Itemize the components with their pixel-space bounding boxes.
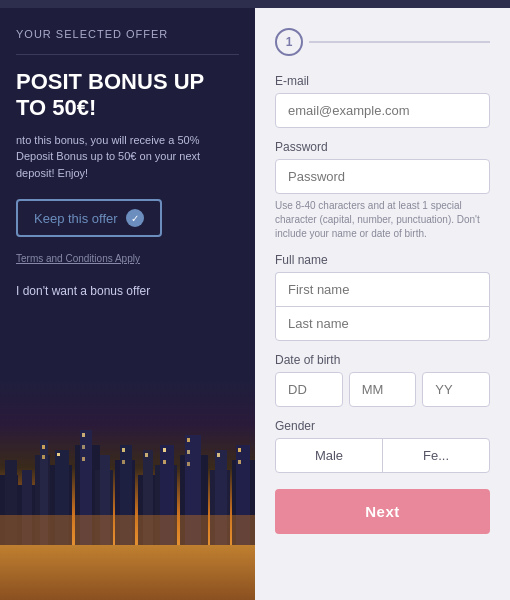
svg-rect-35 [187,438,190,442]
svg-rect-32 [145,453,148,457]
password-input[interactable] [275,159,490,194]
step-indicator: 1 [275,28,490,56]
divider [16,54,239,55]
bonus-title: POSIT BONUS UP TO 50€! [16,69,239,122]
email-label: E-mail [275,74,490,88]
main-container: YOUR SELECTED OFFER POSIT BONUS UP TO 50… [0,8,510,600]
no-bonus-link[interactable]: I don't want a bonus offer [16,284,239,298]
next-button[interactable]: Next [275,489,490,534]
right-panel: 1 E-mail Password Use 8-40 characters an… [255,8,510,600]
gender-female-button[interactable]: Fe... [383,439,489,472]
gender-label: Gender [275,419,490,433]
keep-offer-button[interactable]: Keep this offer ✓ [16,199,162,237]
gender-male-button[interactable]: Male [276,439,383,472]
name-inputs [275,272,490,341]
svg-rect-38 [217,453,220,457]
lastname-input[interactable] [275,306,490,341]
svg-rect-40 [238,460,241,464]
password-group: Password Use 8-40 characters and at leas… [275,140,490,241]
svg-rect-36 [187,450,190,454]
svg-rect-27 [82,433,85,437]
fullname-label: Full name [275,253,490,267]
svg-rect-29 [82,457,85,461]
left-panel: YOUR SELECTED OFFER POSIT BONUS UP TO 50… [0,8,255,600]
svg-rect-24 [42,445,45,449]
svg-rect-34 [163,460,166,464]
svg-rect-26 [57,453,60,456]
step-line [309,41,490,43]
svg-rect-39 [238,448,241,452]
fullname-group: Full name [275,253,490,341]
email-input[interactable] [275,93,490,128]
step-circle: 1 [275,28,303,56]
firstname-input[interactable] [275,272,490,306]
check-icon: ✓ [126,209,144,227]
svg-rect-37 [187,462,190,466]
svg-rect-30 [122,448,125,452]
dob-label: Date of birth [275,353,490,367]
svg-rect-33 [163,448,166,452]
svg-rect-28 [82,445,85,449]
city-skyline-svg [0,395,255,555]
dob-group: Date of birth [275,353,490,407]
top-bar [0,0,510,8]
dob-yy-input[interactable] [422,372,490,407]
water-reflection [0,545,255,600]
offer-label: YOUR SELECTED OFFER [16,28,239,40]
email-group: E-mail [275,74,490,128]
dob-mm-input[interactable] [349,372,417,407]
password-hint: Use 8-40 characters and at least 1 speci… [275,199,490,241]
gender-options: Male Fe... [275,438,490,473]
terms-link[interactable]: Terms and Conditions Apply [16,253,239,264]
keep-offer-label: Keep this offer [34,211,118,226]
gender-group: Gender Male Fe... [275,419,490,473]
svg-rect-25 [42,455,45,459]
bonus-description: nto this bonus, you will receive a 50% D… [16,132,239,182]
city-image [0,380,255,600]
svg-rect-31 [122,460,125,464]
dob-inputs [275,372,490,407]
dob-dd-input[interactable] [275,372,343,407]
password-label: Password [275,140,490,154]
